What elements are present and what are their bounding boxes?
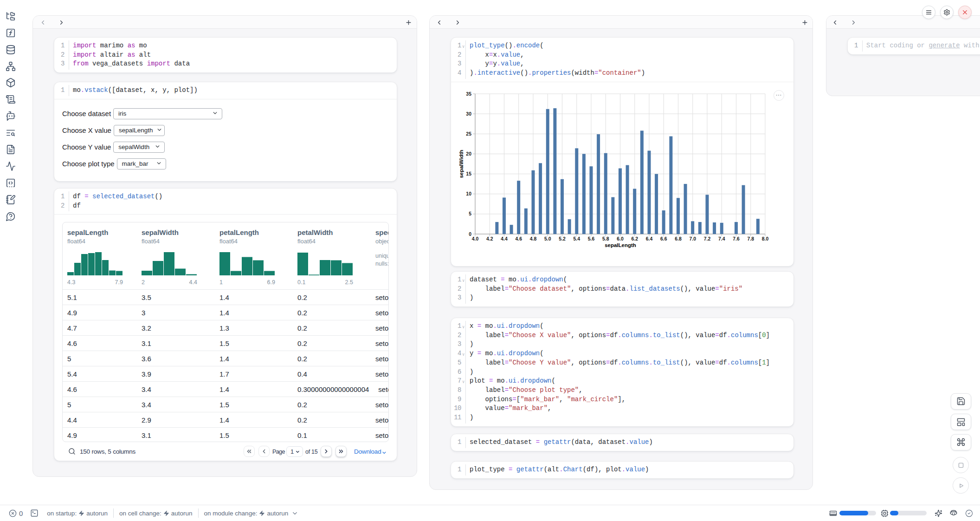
svg-text:4.6: 4.6: [515, 236, 522, 241]
svg-text:sepalWidth: sepalWidth: [458, 150, 464, 178]
svg-text:10: 10: [466, 191, 471, 196]
svg-text:5.6: 5.6: [588, 236, 595, 241]
svg-text:25: 25: [466, 131, 471, 137]
svg-text:7.8: 7.8: [747, 236, 754, 241]
svg-text:6.4: 6.4: [646, 236, 653, 241]
svg-text:30: 30: [466, 111, 471, 116]
svg-text:6.6: 6.6: [660, 236, 667, 241]
svg-text:5.0: 5.0: [544, 236, 551, 241]
svg-text:sepalLength: sepalLength: [605, 242, 636, 248]
svg-text:5.4: 5.4: [573, 236, 580, 241]
svg-text:5.8: 5.8: [602, 236, 609, 241]
svg-text:7.6: 7.6: [733, 236, 740, 241]
svg-text:7.0: 7.0: [689, 236, 696, 241]
svg-text:7.2: 7.2: [704, 236, 711, 241]
svg-text:8.0: 8.0: [762, 236, 769, 241]
svg-text:6.0: 6.0: [617, 236, 624, 241]
svg-text:7.4: 7.4: [718, 236, 725, 241]
svg-text:4.8: 4.8: [530, 236, 537, 241]
svg-text:6.8: 6.8: [675, 236, 682, 241]
svg-text:0: 0: [469, 231, 471, 236]
svg-text:20: 20: [466, 151, 471, 156]
svg-text:35: 35: [466, 91, 471, 96]
svg-text:4.4: 4.4: [501, 236, 508, 241]
svg-text:4.2: 4.2: [486, 236, 493, 241]
svg-text:4.0: 4.0: [472, 236, 479, 241]
svg-text:15: 15: [466, 171, 471, 176]
svg-text:5: 5: [469, 211, 471, 216]
svg-text:6.2: 6.2: [631, 236, 638, 241]
svg-text:5.2: 5.2: [559, 236, 566, 241]
